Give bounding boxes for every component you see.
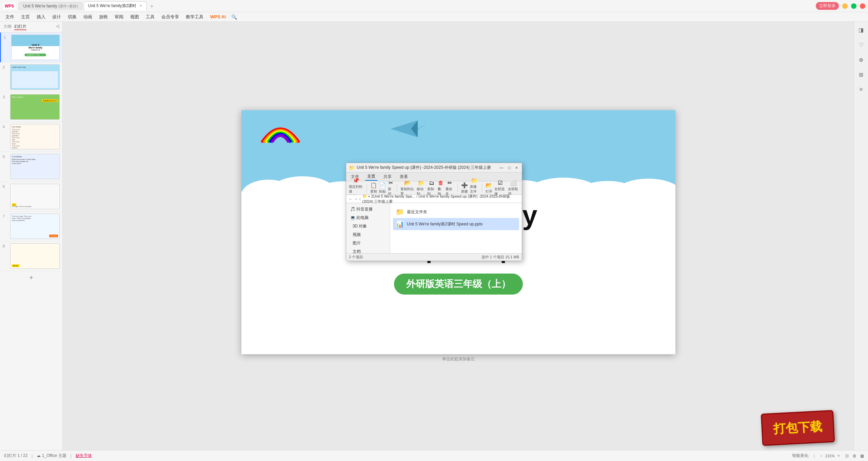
fe-tab-view[interactable]: 查看 [398,173,410,180]
slide-item-2[interactable]: 2 Listen and sing [0,62,62,92]
fe-minimize-btn[interactable]: — [498,165,505,170]
slide-number-3: 3 [3,94,8,99]
menu-member[interactable]: 会员专享 [159,13,182,21]
fe-sidebar-3d[interactable]: 3D 对象 [346,222,390,230]
zoom-level: 215% [825,454,835,458]
tab-1[interactable]: Unit 5 We're family (课件+素材) [19,2,82,10]
tab-close-icon[interactable]: × [140,3,142,8]
fe-sidebar-pc[interactable]: 💻 此电脑 [346,214,390,222]
slide-number-6: 6 [3,184,8,188]
ai-beautify[interactable]: 智能美化· [792,453,809,459]
fe-sidebar-video[interactable]: 视频 [346,230,390,239]
menu-tools[interactable]: 工具 [143,13,157,21]
search-icon[interactable]: 🔍 [231,14,237,20]
slide-item-8[interactable]: 8 MA·EK [0,241,62,271]
fe-back-btn[interactable]: ← [349,197,353,201]
fe-open-btn[interactable]: 📂 打开 [486,182,492,194]
menu-transition[interactable]: 切换 [65,13,79,21]
fe-forward-btn[interactable]: → [354,197,358,201]
menu-design[interactable]: 设计 [50,13,64,21]
zoom-in-btn[interactable]: + [836,454,841,458]
window-maximize-btn[interactable] [851,3,856,9]
slide-item-4[interactable]: 4 Let's review That is mygrandpa.That is… [0,122,62,152]
panel-collapse-btn[interactable]: ◁ [56,24,59,30]
menu-wps-ai[interactable]: WPS AI [208,13,229,20]
window-minimize-btn[interactable] [842,3,848,9]
fe-maximize-btn[interactable]: □ [507,165,512,170]
fe-tab-share[interactable]: 共享 [381,173,394,180]
slide-thumb-5: Consolidation Read and answer. Family he… [10,154,60,179]
title-bar-tabs: Unit 5 We're family (课件+素材) Unit 5 We're… [19,1,813,11]
right-sidebar-btn-4[interactable]: ⊞ [856,69,867,80]
menu-teaching[interactable]: 教学工具 [183,13,206,21]
menu-animation[interactable]: 动画 [81,13,95,21]
view-outline-btn[interactable]: ▦ [860,454,864,458]
window-close-btn[interactable] [860,3,865,9]
slide-item-3[interactable]: 3 Play a game 拼接规则 加法中文 [0,92,62,122]
fe-file-pptx[interactable]: 📊 Unit 5 We're family第2课时 Speed up.pptx [393,218,519,230]
rainbow-decoration [258,115,302,146]
right-sidebar-btn-5[interactable]: ≡ [856,84,867,95]
fe-pptx-name: Unit 5 We're family第2课时 Speed up.pptx [407,221,483,227]
fe-separator-1 [367,184,367,192]
register-btn[interactable]: 立即登录 [816,2,839,10]
slide-panel: 大纲 幻灯片 ◁ 1 Unit 5 We're family •Speed up… [0,22,63,450]
slide-count: 幻灯片 1 / 22 [4,453,27,459]
title-bar: WPS Unit 5 We're family (课件+素材) Unit 5 W… [0,0,868,12]
slide-thumb-4: Let's review That is mygrandpa.That is m… [10,124,60,149]
fe-sidebar-douyin[interactable]: 🎵 抖音直播 [346,205,390,214]
slide-item-7[interactable]: 7 This is my dad. This is mymum. That's … [0,212,62,241]
menu-view[interactable]: 视图 [127,13,142,21]
fe-paste-btn[interactable]: 📄 粘贴 [379,182,386,194]
tab-add-btn[interactable]: + [148,2,156,10]
fe-close-btn[interactable]: × [514,165,519,170]
slide-thumb-2: Listen and sing [10,64,60,90]
fe-sidebar-doc[interactable]: 文档 [346,247,390,253]
slide-thumb-6: 米 I'm Jiajia. This is my sister. [10,184,60,209]
slide-number-7: 7 [3,214,8,218]
menu-home[interactable]: 主页 [18,13,33,21]
slide-item-6[interactable]: 6 米 I'm Jiajia. This is my sister. [0,182,62,212]
slide-thumb-8: MA·EK [10,243,60,269]
add-slide-btn[interactable]: + [0,271,62,284]
right-sidebar-btn-3[interactable]: ⊕ [856,54,867,65]
slide-badge: 外研版英语三年级（上） [394,274,523,295]
fe-sidebar-pic[interactable]: 图片 [346,239,390,247]
slide-number-1: 1 [4,35,9,39]
menu-review[interactable]: 审阅 [112,13,126,21]
panel-header: 大纲 幻灯片 ◁ [0,22,62,33]
download-badge[interactable]: 打包下载 [761,410,835,446]
right-sidebar-btn-2[interactable]: ♡ [856,39,867,50]
bottom-bar-right: 智能美化· | − 215% + ⊡ ⊞ ▦ [792,453,864,459]
fe-sidebar: 🎵 抖音直播 💻 此电脑 3D 对象 视频 图片 文档 下载 音乐 桌面 本地磁… [346,203,390,253]
fe-copy-btn[interactable]: 📋 复制 [370,182,377,194]
panel-tab-outline[interactable]: 大纲 [3,24,12,30]
fe-folder-recent[interactable]: 📁 最近文件夹 [393,206,519,218]
slide-item-5[interactable]: 5 Consolidation Read and answer. Family … [0,152,62,182]
slide-thumb-3: Play a game 拼接规则 加法中文 [10,94,60,120]
fe-content: 📁 最近文件夹 📊 Unit 5 We're family第2课时 Speed … [390,203,522,253]
view-grid-btn[interactable]: ⊞ [853,454,856,458]
menu-file[interactable]: 文件 [3,13,17,21]
panel-tab-slides[interactable]: 幻灯片 [14,24,26,30]
fe-new-btn[interactable]: ➕ 新建 [461,182,468,194]
right-sidebar-btn-1[interactable]: ◨ [856,24,867,35]
fe-toolbar: 📌 固定到快速访问 📋 复制 📄 粘贴 ✂ 剪切 📂 复制到位置 📁 移动到 🗂… [346,181,522,195]
theme-label: ☁ 1_Office 主题 [37,453,66,459]
menu-insert[interactable]: 插入 [34,13,48,21]
slide-item-1[interactable]: 1 Unit 5 We're family •Speed up 外研版英语三年级… [0,33,62,62]
zoom-out-btn[interactable]: − [819,454,824,458]
tab-2-active[interactable]: Unit 5 We're family第2课时 × [84,1,146,11]
fe-body: 🎵 抖音直播 💻 此电脑 3D 对象 视频 图片 文档 下载 音乐 桌面 本地磁… [346,203,522,253]
menu-slideshow[interactable]: 放映 [96,13,111,21]
title-bar-right: 立即登录 [816,2,865,10]
fe-status-size: 选中 1 个项目 15.1 MB [481,255,519,260]
view-normal-btn[interactable]: ⊡ [845,454,849,458]
bottom-bar: 幻灯片 1 / 22 | ☁ 1_Office 主题 | 缺失字体 智能美化· … [0,450,868,461]
font-label[interactable]: 缺失字体 [76,453,92,459]
file-explorer: 📁 Unit 5 We're family Speed up (课件) -202… [346,163,522,261]
slide-number-4: 4 [3,124,8,129]
fe-up-btn[interactable]: ↑ [359,197,361,201]
slide-thumb-1: Unit 5 We're family •Speed up 外研版英语三年级（上… [11,35,60,60]
fe-tab-home[interactable]: 主页 [365,173,377,181]
